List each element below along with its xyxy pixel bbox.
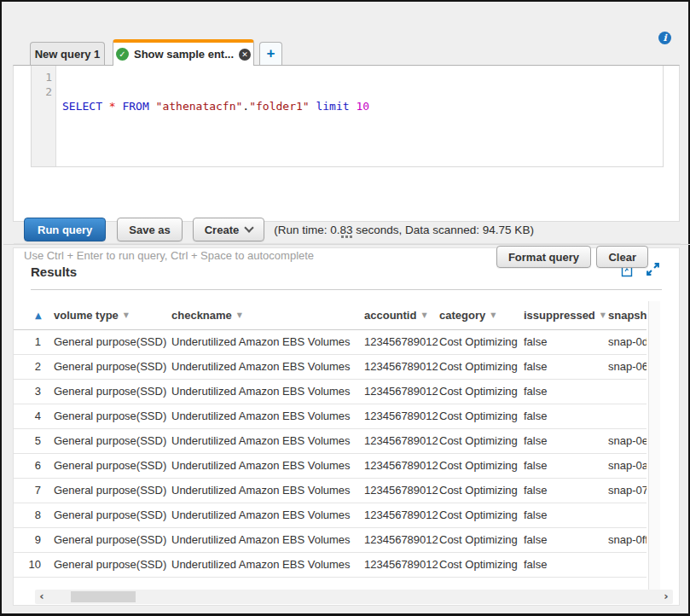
table-row: 5General purpose(SSD)Underutilized Amazo…	[14, 429, 647, 454]
row-number: 5	[20, 429, 41, 453]
cell-checkname: Underutilized Amazon EBS Volumes	[171, 380, 351, 404]
cell-issuppressed: false	[524, 553, 547, 577]
table-row: 2General purpose(SSD)Underutilized Amazo…	[14, 355, 647, 380]
query-editor-panel: New query 1 ✓ Show sample ent... ✕ + 1 2…	[13, 20, 680, 222]
table-row: 7General purpose(SSD)Underutilized Amazo…	[14, 479, 647, 503]
row-number: 7	[20, 479, 41, 503]
cell-category: Cost Optimizing	[439, 380, 518, 404]
row-number: 8	[20, 503, 41, 527]
cell-category: Cost Optimizing	[439, 454, 518, 478]
table-row: 9General purpose(SSD)Underutilized Amazo…	[14, 528, 647, 553]
column-header-checkname[interactable]: checkname▼	[171, 301, 242, 329]
cell-checkname: Underutilized Amazon EBS Volumes	[171, 553, 351, 577]
column-header-issuppressed[interactable]: issuppressed▼	[524, 301, 606, 329]
cell-checkname: Underutilized Amazon EBS Volumes	[171, 429, 351, 453]
scroll-right-arrow-icon[interactable]: ›	[659, 590, 673, 604]
plus-icon: +	[267, 45, 275, 62]
row-number: 1	[20, 330, 41, 354]
cell-checkname: Underutilized Amazon EBS Volumes	[171, 404, 351, 428]
cell-issuppressed: false	[524, 503, 547, 527]
cell-snapshot: snap-0ef4	[608, 429, 647, 453]
tab-close-icon[interactable]: ✕	[239, 49, 251, 61]
horizontal-scrollbar[interactable]: ‹ ›	[35, 590, 673, 604]
cell-issuppressed: false	[524, 429, 547, 453]
info-icon[interactable]: i	[658, 32, 671, 44]
cell-checkname: Underutilized Amazon EBS Volumes	[171, 454, 351, 478]
cell-issuppressed: false	[524, 380, 547, 404]
results-panel: Results ▲ volume type▼chec	[13, 247, 680, 606]
cell-volume_type: General purpose(SSD)	[54, 528, 166, 552]
format-query-button[interactable]: Format query	[496, 246, 591, 268]
cell-category: Cost Optimizing	[439, 479, 518, 503]
editor-toolbar: Run query Save as Create (Run time: 0.83…	[24, 217, 534, 242]
editor-footer: Use Ctrl + Enter to run query, Ctrl + Sp…	[14, 243, 681, 267]
create-dropdown-button[interactable]: Create	[193, 218, 264, 241]
line-number: 2	[32, 84, 52, 99]
results-table-body: 1General purpose(SSD)Underutilized Amazo…	[14, 330, 647, 578]
table-row: 4General purpose(SSD)Underutilized Amazo…	[14, 404, 647, 429]
query-success-check-icon: ✓	[116, 48, 129, 61]
column-header-label: checkname	[171, 309, 232, 322]
table-row: 6General purpose(SSD)Underutilized Amazo…	[14, 454, 647, 479]
cell-accountid: 123456789012	[364, 380, 438, 404]
vertical-scrollbar-track[interactable]	[648, 301, 660, 590]
table-row: 1General purpose(SSD)Underutilized Amazo…	[14, 330, 647, 355]
sort-ascending-icon[interactable]: ▲	[35, 301, 42, 329]
cell-issuppressed: false	[524, 330, 547, 354]
column-header-snapshot[interactable]: snapshot▼	[608, 301, 647, 329]
cell-volume_type: General purpose(SSD)	[54, 503, 166, 527]
column-filter-caret-icon[interactable]: ▼	[421, 311, 426, 319]
cell-snapshot: snap-06b	[608, 355, 647, 379]
column-header-accountid[interactable]: accountid▼	[364, 301, 427, 329]
cell-category: Cost Optimizing	[439, 404, 518, 428]
cell-checkname: Underutilized Amazon EBS Volumes	[171, 479, 351, 503]
row-number: 9	[20, 528, 41, 552]
scroll-left-arrow-icon[interactable]: ‹	[35, 590, 49, 604]
table-row: 3General purpose(SSD)Underutilized Amazo…	[14, 380, 647, 404]
cell-accountid: 123456789012	[364, 528, 438, 552]
column-filter-caret-icon[interactable]: ▼	[124, 311, 129, 319]
new-tab-button[interactable]: +	[259, 42, 282, 65]
line-number-gutter: 1 2	[32, 66, 56, 166]
cell-category: Cost Optimizing	[439, 553, 518, 577]
column-filter-caret-icon[interactable]: ▼	[600, 311, 606, 319]
table-row: 8General purpose(SSD)Underutilized Amazo…	[14, 503, 647, 528]
cell-volume_type: General purpose(SSD)	[54, 380, 166, 404]
run-query-button[interactable]: Run query	[24, 218, 106, 241]
chevron-down-icon	[245, 223, 254, 232]
save-as-button[interactable]: Save as	[117, 218, 182, 241]
cell-category: Cost Optimizing	[439, 528, 518, 552]
cell-category: Cost Optimizing	[439, 503, 518, 527]
tab-show-sample-entries[interactable]: ✓ Show sample ent... ✕	[113, 39, 254, 66]
cell-accountid: 123456789012	[364, 503, 438, 527]
cell-checkname: Underutilized Amazon EBS Volumes	[171, 528, 351, 552]
cell-category: Cost Optimizing	[439, 429, 518, 453]
tab-label: New query 1	[35, 48, 101, 61]
column-filter-caret-icon[interactable]: ▼	[237, 311, 242, 319]
cell-volume_type: General purpose(SSD)	[54, 404, 166, 428]
tab-label: Show sample ent...	[134, 48, 234, 61]
column-header-volume_type[interactable]: volume type▼	[54, 301, 129, 329]
clear-button[interactable]: Clear	[596, 246, 648, 268]
column-header-category[interactable]: category▼	[439, 301, 496, 329]
cell-issuppressed: false	[524, 479, 547, 503]
column-header-label: issuppressed	[524, 309, 595, 322]
column-filter-caret-icon[interactable]: ▼	[490, 311, 496, 319]
cell-accountid: 123456789012	[364, 479, 438, 503]
horizontal-scrollbar-thumb[interactable]	[71, 591, 136, 602]
cell-accountid: 123456789012	[364, 553, 438, 577]
cell-volume_type: General purpose(SSD)	[54, 553, 166, 577]
table-header: ▲ volume type▼checkname▼accountid▼catego…	[14, 301, 647, 330]
cell-accountid: 123456789012	[364, 454, 438, 478]
cell-accountid: 123456789012	[364, 429, 438, 453]
results-table: ▲ volume type▼checkname▼accountid▼catego…	[14, 301, 647, 578]
tab-new-query-1[interactable]: New query 1	[30, 42, 105, 65]
cell-category: Cost Optimizing	[439, 355, 518, 379]
results-divider	[31, 289, 662, 290]
cell-accountid: 123456789012	[364, 404, 438, 428]
keyboard-hint-text: Use Ctrl + Enter to run query, Ctrl + Sp…	[24, 244, 314, 267]
cell-category: Cost Optimizing	[439, 330, 518, 354]
sql-code-input[interactable]: SELECT * FROM "athenatacfn"."folder1" li…	[56, 66, 663, 166]
row-number: 10	[20, 553, 41, 577]
row-number: 4	[20, 404, 41, 428]
